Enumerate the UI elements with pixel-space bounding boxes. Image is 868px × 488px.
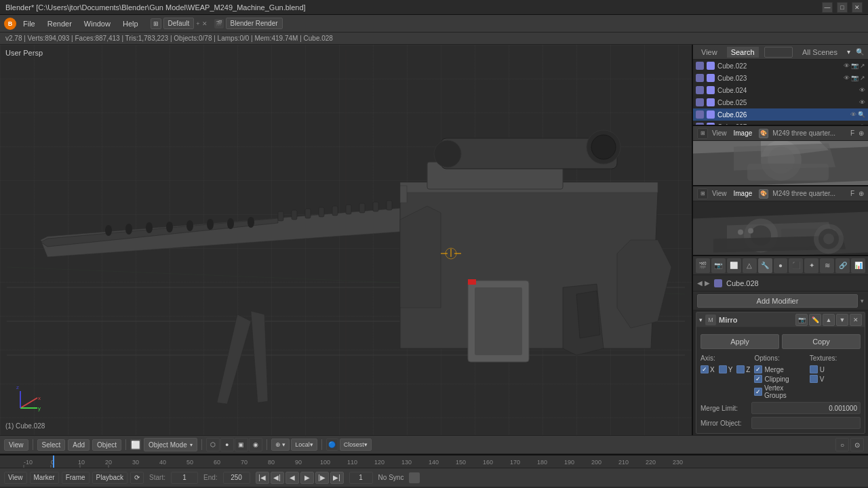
snap-toggle[interactable]: 🔵 [326,439,338,451]
visibility-icon[interactable]: 👁 [859,123,865,125]
outliner-tab-allscenes[interactable]: All Scenes [798,47,842,58]
start-frame-input[interactable]: 1 [171,472,198,484]
next-key-btn[interactable]: |▶ [315,472,329,484]
scene-icon[interactable]: 🎬 [214,19,224,28]
outliner-search-input[interactable] [764,47,793,58]
layout-selector[interactable]: Default [163,18,195,29]
nav-arrows[interactable]: ◀ ▶ [697,279,710,287]
outliner-item-cube024[interactable]: Cube.024 👁 [693,84,868,96]
copy-button[interactable]: Copy [782,334,861,349]
visibility-icon[interactable]: 👁 [844,62,850,69]
preview-bottom-more-btn[interactable]: F [850,190,854,197]
viewport[interactable]: User Persp [0,45,693,435]
transform-dropdown[interactable]: Local ▾ [291,439,317,451]
modifier-render-btn[interactable]: 📷 [795,314,808,326]
merge-limit-value[interactable]: 0.001000 [751,402,861,414]
preview-bottom-expand-btn[interactable]: ⊕ [859,190,864,197]
modifier-collapse-btn[interactable]: ▾ [699,317,703,323]
menu-window[interactable]: Window [79,18,116,29]
modifier-up-btn[interactable]: ▲ [823,314,835,326]
proportional-edit-icon[interactable]: ⊙ [850,438,864,451]
visibility-icon[interactable]: 👁 [850,111,856,118]
add-modifier-dropdown[interactable]: ▾ [861,298,864,304]
outliner-item-cube022[interactable]: Cube.022 👁 📷 ↗ [693,60,868,72]
toolbar-object-btn[interactable]: Object [92,439,121,451]
outliner-dropdown-icon[interactable]: ▾ [847,48,850,56]
timeline-ruler[interactable]: -10 0 10 20 30 40 50 60 70 80 90 100 110… [0,455,868,468]
modifier-down-btn[interactable]: ▼ [836,314,848,326]
playback-marker2-btn[interactable]: ⟳ [130,472,144,484]
prop-icon-material[interactable]: ● [774,258,788,273]
visibility-icon[interactable]: 👁 [844,75,850,81]
playback-frame-btn[interactable]: Frame [62,472,90,484]
prop-icon-scene[interactable]: 🎬 [696,258,710,273]
play-reverse-btn[interactable]: ◀ [285,472,299,484]
shading-texture-btn[interactable]: ▣ [235,438,248,451]
shading-wire-btn[interactable]: ⬡ [206,438,220,451]
close-button[interactable]: ✕ [852,2,863,13]
minimize-button[interactable]: — [822,2,833,13]
visibility-icon[interactable]: 👁 [859,87,865,94]
outliner-item-cube025[interactable]: Cube.025 👁 [693,96,868,108]
axis-x-checkbox[interactable] [701,365,709,373]
prop-icon-particles[interactable]: ✦ [804,258,818,273]
render-engine-selector[interactable]: Blender Render [226,18,283,29]
jump-end-btn[interactable]: ▶| [330,472,344,484]
playback-view-btn[interactable]: View [4,472,27,484]
prop-icon-render[interactable]: 📷 [711,258,726,273]
prop-icon-modifier[interactable]: 🔧 [758,258,772,273]
preview-color-icon[interactable]: 🎨 [759,129,768,138]
outliner-tab-view[interactable]: View [697,47,722,58]
prop-icon-mesh[interactable]: △ [743,258,757,273]
outliner-item-cube023[interactable]: Cube.023 👁 📷 ↗ [693,72,868,84]
current-frame-input[interactable]: 1 [349,472,373,484]
menu-help[interactable]: Help [117,18,144,29]
visibility-icon[interactable]: 👁 [859,99,865,106]
tex-v-checkbox[interactable] [810,375,818,383]
outliner-tab-search[interactable]: Search [727,47,759,58]
toolbar-add-btn[interactable]: Add [68,439,90,451]
axis-y-checkbox[interactable] [719,365,727,373]
outliner-item-cube027[interactable]: Cube.027 👁 [693,121,868,125]
jump-start-btn[interactable]: |◀ [256,472,269,484]
axis-z-checkbox[interactable] [736,365,745,373]
screen-layout-icon[interactable]: ⊞ [151,18,161,29]
pivot-dropdown[interactable]: ⊕ ▾ [271,439,290,451]
render-icon[interactable]: 📷 [851,75,859,81]
end-frame-input[interactable]: 250 [223,472,250,484]
merge-checkbox[interactable] [754,365,762,373]
maximize-button[interactable]: □ [837,2,848,13]
select-icon[interactable]: ↗ [860,62,865,69]
render-icon[interactable]: 📷 [851,62,859,69]
prop-icon-object[interactable]: ⬜ [727,258,741,273]
overlay-icon[interactable]: ○ [835,438,849,451]
add-modifier-button[interactable]: Add Modifier [697,294,858,308]
prop-icon-constraints[interactable]: 🔗 [835,258,850,273]
menu-render[interactable]: Render [42,18,77,29]
preview-bottom-tab-image[interactable]: Image [731,189,755,198]
preview-bottom-header-icon[interactable]: ⊞ [697,188,708,199]
prop-icon-physics[interactable]: ≋ [820,258,834,273]
mode-dropdown[interactable]: Object Mode ▾ [144,438,197,451]
prop-icon-texture[interactable]: ⬛ [789,258,803,273]
preview-top-tab-view[interactable]: View [712,129,727,137]
tex-u-checkbox[interactable] [810,365,818,373]
preview-bottom-color-icon[interactable]: 🎨 [759,189,768,199]
preview-top-more[interactable]: F [850,129,854,137]
shading-solid-btn[interactable]: ● [220,438,234,451]
play-btn[interactable]: ▶ [300,472,314,484]
preview-bottom-tab-view[interactable]: View [712,190,727,197]
audio-icon[interactable] [409,472,420,483]
modifier-delete-btn[interactable]: ✕ [850,314,862,326]
shading-render-btn[interactable]: ◉ [249,438,262,451]
preview-top-tab-image[interactable]: Image [731,129,755,138]
snap-type-dropdown[interactable]: Closest ▾ [340,439,372,451]
apply-button[interactable]: Apply [701,334,779,349]
clipping-checkbox[interactable] [754,375,762,383]
preview-top-expand[interactable]: ⊕ [859,129,864,137]
menu-file[interactable]: File [18,18,41,29]
preview-header-icon[interactable]: ⊞ [697,128,708,139]
outliner-item-cube026[interactable]: Cube.026 👁 🔍 [693,108,868,121]
toolbar-view-btn[interactable]: View [4,439,28,451]
outliner-search-icon[interactable]: 🔍 [856,48,864,56]
